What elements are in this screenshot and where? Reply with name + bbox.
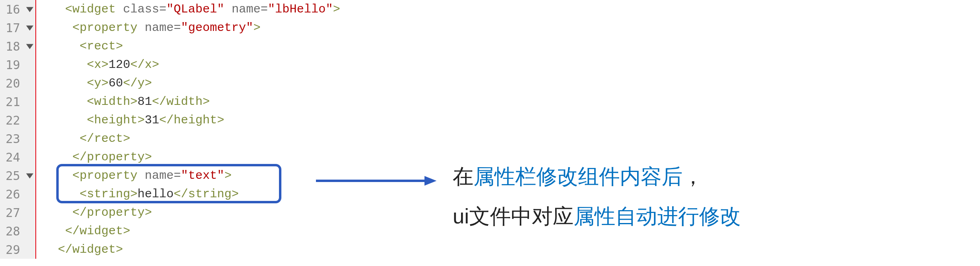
svg-marker-5: [424, 176, 437, 186]
line-number: 28: [0, 224, 24, 238]
svg-marker-0: [26, 7, 33, 12]
code-line: </widget>: [43, 240, 340, 259]
code-editor[interactable]: 16 17 18 19 20 21 22 23 24 25 26 27 28 2…: [0, 0, 340, 266]
code-line: <string>hello</string>: [43, 185, 340, 203]
code-line: <x>120</x>: [43, 55, 340, 74]
code-line: <widget class="QLabel" name="lbHello">: [43, 0, 340, 18]
code-line: <width>81</width>: [43, 92, 340, 111]
code-line: <y>60</y>: [43, 74, 340, 92]
code-line: </property>: [43, 148, 340, 166]
code-line: <rect>: [43, 37, 340, 55]
code-line: <property name="text">: [43, 166, 340, 185]
code-line: </rect>: [43, 129, 340, 148]
line-number: 25: [0, 169, 24, 183]
fold-icon[interactable]: [24, 6, 35, 13]
line-number: 26: [0, 187, 24, 201]
line-number: 23: [0, 132, 24, 146]
code-content[interactable]: <widget class="QLabel" name="lbHello"> <…: [36, 0, 340, 259]
fold-icon[interactable]: [24, 172, 35, 179]
line-number: 16: [0, 2, 24, 16]
svg-marker-3: [26, 174, 33, 179]
annotation-text: 在属性栏修改组件内容后， ui文件中对应属性自动进行修改: [453, 157, 740, 236]
line-number: 27: [0, 206, 24, 220]
code-line: <height>31</height>: [43, 111, 340, 129]
line-number: 20: [0, 76, 24, 90]
line-number: 21: [0, 95, 24, 109]
line-number: 19: [0, 58, 24, 72]
code-line: </property>: [43, 203, 340, 222]
code-line: <property name="geometry">: [43, 18, 340, 37]
line-number: 29: [0, 243, 24, 257]
line-number: 24: [0, 150, 24, 164]
arrow-icon: [316, 173, 437, 189]
fold-icon[interactable]: [24, 43, 35, 50]
line-number: 18: [0, 39, 24, 53]
line-number: 17: [0, 21, 24, 35]
fold-icon[interactable]: [24, 24, 35, 31]
svg-marker-2: [26, 44, 33, 49]
annotation-panel: 在属性栏修改组件内容后， ui文件中对应属性自动进行修改: [340, 0, 980, 266]
gutter: 16 17 18 19 20 21 22 23 24 25 26 27 28 2…: [0, 0, 36, 259]
code-line: </widget>: [43, 222, 340, 240]
svg-marker-1: [26, 26, 33, 31]
line-number: 22: [0, 113, 24, 127]
